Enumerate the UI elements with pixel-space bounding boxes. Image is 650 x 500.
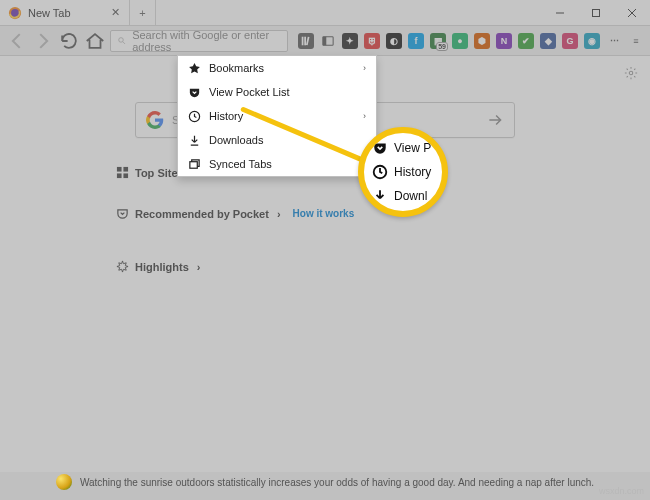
chevron-right-icon: ›	[277, 208, 281, 220]
tab-close-icon[interactable]: ✕	[109, 7, 121, 19]
svg-rect-19	[190, 161, 197, 168]
watermark: wsxdn.com	[599, 486, 644, 496]
highlights-icon	[116, 260, 129, 273]
library-menu: Bookmarks › View Pocket List History › D…	[177, 55, 377, 177]
url-placeholder: Search with Google or enter address	[132, 29, 281, 53]
customize-gear-icon[interactable]	[624, 66, 638, 82]
menu-button[interactable]: ≡	[628, 33, 644, 49]
google-icon	[146, 111, 164, 129]
callout-row-history: History	[364, 160, 442, 184]
tab-label: New Tab	[28, 7, 103, 19]
svg-point-6	[119, 38, 124, 43]
new-tab-button[interactable]: +	[130, 0, 156, 25]
pocket-icon	[188, 86, 201, 99]
sidebar-button[interactable]	[320, 33, 336, 49]
extension-icon[interactable]: f	[408, 33, 424, 49]
callout-row: View P	[364, 136, 442, 160]
callout-magnifier: View P History Downl	[358, 127, 448, 217]
svg-point-13	[629, 71, 633, 75]
svg-rect-17	[123, 173, 128, 178]
toolbar-extensions: ✦ ⛨ ◐ f ▦59 ● ⬢ N ✔ ◆ G ◉ ⋯ ≡	[298, 33, 644, 49]
url-bar[interactable]: Search with Google or enter address	[110, 30, 288, 52]
svg-rect-14	[117, 167, 122, 172]
download-icon	[188, 134, 201, 147]
titlebar: New Tab ✕ +	[0, 0, 650, 26]
extension-icon[interactable]: ◐	[386, 33, 402, 49]
download-icon	[372, 188, 388, 204]
star-icon	[188, 62, 201, 75]
svg-line-7	[123, 42, 125, 44]
callout-row: Downl	[364, 184, 442, 208]
how-it-works-link[interactable]: How it works	[293, 208, 355, 219]
snippet-icon	[56, 474, 72, 490]
pocket-icon	[372, 140, 388, 156]
extension-icon[interactable]: G	[562, 33, 578, 49]
svg-rect-3	[593, 9, 600, 16]
svg-rect-9	[304, 36, 306, 45]
extension-icon[interactable]: ⛨	[364, 33, 380, 49]
pocket-icon	[116, 207, 129, 220]
svg-rect-15	[123, 167, 128, 172]
toolbar: Search with Google or enter address ✦ ⛨ …	[0, 26, 650, 56]
svg-rect-10	[306, 36, 309, 45]
back-button[interactable]	[6, 30, 28, 52]
extension-icon[interactable]: N	[496, 33, 512, 49]
window-minimize-button[interactable]	[542, 0, 578, 25]
tab-new-tab[interactable]: New Tab ✕	[0, 0, 130, 25]
extension-icon[interactable]: ⬢	[474, 33, 490, 49]
snippet-bar: Watching the sunrise outdoors statistica…	[0, 470, 650, 494]
highlights-section[interactable]: Highlights ›	[116, 260, 650, 273]
menu-item-pocket[interactable]: View Pocket List	[178, 80, 376, 104]
submenu-arrow-icon: ›	[363, 111, 366, 121]
menu-item-downloads[interactable]: Downloads	[178, 128, 376, 152]
svg-rect-12	[323, 36, 326, 45]
snippet-text: Watching the sunrise outdoors statistica…	[80, 477, 594, 488]
forward-button[interactable]	[32, 30, 54, 52]
extension-icon[interactable]: ◉	[584, 33, 600, 49]
window-maximize-button[interactable]	[578, 0, 614, 25]
grid-icon	[116, 166, 129, 179]
clock-icon	[188, 110, 201, 123]
submenu-arrow-icon: ›	[363, 63, 366, 73]
library-button[interactable]	[298, 33, 314, 49]
extension-icon[interactable]: ✔	[518, 33, 534, 49]
extension-icon[interactable]: ◆	[540, 33, 556, 49]
svg-rect-16	[117, 173, 122, 178]
window-close-button[interactable]	[614, 0, 650, 25]
menu-item-bookmarks[interactable]: Bookmarks ›	[178, 56, 376, 80]
home-button[interactable]	[84, 30, 106, 52]
firefox-icon	[8, 6, 22, 20]
extension-icon[interactable]: ▦59	[430, 33, 446, 49]
reload-button[interactable]	[58, 30, 80, 52]
search-go-icon[interactable]	[486, 111, 504, 129]
browser-window: New Tab ✕ + Search with Google or enter …	[0, 0, 650, 500]
extension-icon[interactable]: ●	[452, 33, 468, 49]
search-icon	[117, 35, 126, 46]
extension-icon[interactable]: ⋯	[606, 33, 622, 49]
chevron-right-icon: ›	[197, 261, 201, 273]
extension-icon[interactable]: ✦	[342, 33, 358, 49]
clock-icon	[372, 164, 388, 180]
tabs-icon	[188, 158, 201, 171]
svg-rect-8	[302, 36, 304, 45]
